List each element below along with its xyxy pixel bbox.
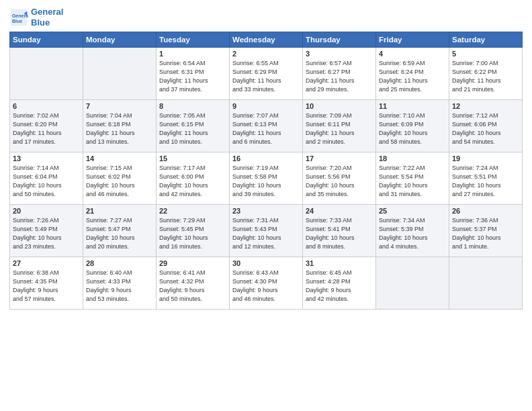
calendar-cell: 21Sunrise: 7:27 AM Sunset: 5:47 PM Dayli… <box>83 205 157 257</box>
calendar-cell: 29Sunrise: 6:41 AM Sunset: 4:32 PM Dayli… <box>157 257 230 310</box>
calendar-cell: 1Sunrise: 6:54 AM Sunset: 6:31 PM Daylig… <box>157 48 230 100</box>
day-number: 6 <box>13 102 80 110</box>
day-number: 11 <box>379 102 446 110</box>
calendar-cell: 9Sunrise: 7:07 AM Sunset: 6:13 PM Daylig… <box>230 100 303 152</box>
day-info: Sunrise: 7:34 AM Sunset: 5:39 PM Dayligh… <box>379 216 446 251</box>
day-number: 7 <box>86 102 153 110</box>
calendar-cell: 28Sunrise: 6:40 AM Sunset: 4:33 PM Dayli… <box>83 257 157 310</box>
day-info: Sunrise: 7:07 AM Sunset: 6:13 PM Dayligh… <box>232 111 300 146</box>
day-number: 20 <box>13 207 80 215</box>
logo: General Blue General Blue <box>9 7 63 28</box>
day-info: Sunrise: 6:40 AM Sunset: 4:33 PM Dayligh… <box>86 269 153 304</box>
day-number: 2 <box>232 50 300 58</box>
weekday-header-wednesday: Wednesday <box>230 32 303 48</box>
day-info: Sunrise: 7:04 AM Sunset: 6:18 PM Dayligh… <box>86 111 153 146</box>
calendar-cell: 4Sunrise: 6:59 AM Sunset: 6:24 PM Daylig… <box>376 48 449 100</box>
calendar-cell: 14Sunrise: 7:15 AM Sunset: 6:02 PM Dayli… <box>83 152 157 205</box>
calendar-cell: 19Sunrise: 7:24 AM Sunset: 5:51 PM Dayli… <box>449 152 523 205</box>
week-row-2: 6Sunrise: 7:02 AM Sunset: 6:20 PM Daylig… <box>10 100 523 152</box>
calendar-cell: 20Sunrise: 7:26 AM Sunset: 5:49 PM Dayli… <box>10 205 83 257</box>
weekday-header-tuesday: Tuesday <box>157 32 230 48</box>
calendar-cell: 25Sunrise: 7:34 AM Sunset: 5:39 PM Dayli… <box>376 205 449 257</box>
week-row-3: 13Sunrise: 7:14 AM Sunset: 6:04 PM Dayli… <box>10 152 523 205</box>
calendar-cell <box>10 48 83 100</box>
day-info: Sunrise: 7:31 AM Sunset: 5:43 PM Dayligh… <box>232 216 300 251</box>
day-info: Sunrise: 7:29 AM Sunset: 5:45 PM Dayligh… <box>159 216 226 251</box>
day-number: 24 <box>306 207 373 215</box>
day-info: Sunrise: 7:36 AM Sunset: 5:37 PM Dayligh… <box>452 216 519 251</box>
weekday-header-saturday: Saturday <box>449 32 523 48</box>
day-number: 14 <box>86 154 153 163</box>
day-number: 17 <box>306 154 373 163</box>
day-info: Sunrise: 7:10 AM Sunset: 6:09 PM Dayligh… <box>379 111 446 146</box>
weekday-header-monday: Monday <box>83 32 157 48</box>
calendar-cell: 16Sunrise: 7:19 AM Sunset: 5:58 PM Dayli… <box>230 152 303 205</box>
day-number: 10 <box>306 102 373 110</box>
calendar-cell: 5Sunrise: 7:00 AM Sunset: 6:22 PM Daylig… <box>449 48 523 100</box>
calendar-cell <box>449 257 523 310</box>
day-info: Sunrise: 7:19 AM Sunset: 5:58 PM Dayligh… <box>232 164 300 199</box>
day-info: Sunrise: 7:27 AM Sunset: 5:47 PM Dayligh… <box>86 216 153 251</box>
calendar-cell: 18Sunrise: 7:22 AM Sunset: 5:54 PM Dayli… <box>376 152 449 205</box>
calendar-cell: 17Sunrise: 7:20 AM Sunset: 5:56 PM Dayli… <box>303 152 376 205</box>
day-number: 3 <box>306 50 373 58</box>
day-number: 4 <box>379 50 446 58</box>
calendar-cell <box>83 48 157 100</box>
calendar-cell: 22Sunrise: 7:29 AM Sunset: 5:45 PM Dayli… <box>157 205 230 257</box>
day-info: Sunrise: 6:41 AM Sunset: 4:32 PM Dayligh… <box>159 269 226 304</box>
day-number: 31 <box>306 259 373 267</box>
day-info: Sunrise: 6:59 AM Sunset: 6:24 PM Dayligh… <box>379 59 446 94</box>
weekday-header-sunday: Sunday <box>10 32 83 48</box>
calendar-cell: 24Sunrise: 7:33 AM Sunset: 5:41 PM Dayli… <box>303 205 376 257</box>
day-number: 13 <box>13 154 80 163</box>
day-number: 12 <box>452 102 519 110</box>
calendar-cell: 31Sunrise: 6:45 AM Sunset: 4:28 PM Dayli… <box>303 257 376 310</box>
calendar-cell: 12Sunrise: 7:12 AM Sunset: 6:06 PM Dayli… <box>449 100 523 152</box>
calendar-cell: 23Sunrise: 7:31 AM Sunset: 5:43 PM Dayli… <box>230 205 303 257</box>
page: General Blue General Blue SundayMondayTu… <box>0 0 532 411</box>
day-info: Sunrise: 7:09 AM Sunset: 6:11 PM Dayligh… <box>306 111 373 146</box>
week-row-1: 1Sunrise: 6:54 AM Sunset: 6:31 PM Daylig… <box>10 48 523 100</box>
day-info: Sunrise: 7:02 AM Sunset: 6:20 PM Dayligh… <box>13 111 80 146</box>
day-info: Sunrise: 7:20 AM Sunset: 5:56 PM Dayligh… <box>306 164 373 199</box>
day-info: Sunrise: 7:00 AM Sunset: 6:22 PM Dayligh… <box>452 59 519 94</box>
svg-text:Blue: Blue <box>12 18 22 23</box>
calendar-cell: 30Sunrise: 6:43 AM Sunset: 4:30 PM Dayli… <box>230 257 303 310</box>
day-number: 29 <box>159 259 226 267</box>
day-info: Sunrise: 6:55 AM Sunset: 6:29 PM Dayligh… <box>232 59 300 94</box>
day-number: 28 <box>86 259 153 267</box>
day-number: 16 <box>232 154 300 163</box>
week-row-5: 27Sunrise: 6:38 AM Sunset: 4:35 PM Dayli… <box>10 257 523 310</box>
day-info: Sunrise: 7:26 AM Sunset: 5:49 PM Dayligh… <box>13 216 80 251</box>
calendar-cell: 3Sunrise: 6:57 AM Sunset: 6:27 PM Daylig… <box>303 48 376 100</box>
day-info: Sunrise: 7:22 AM Sunset: 5:54 PM Dayligh… <box>379 164 446 199</box>
day-number: 21 <box>86 207 153 215</box>
calendar-cell: 15Sunrise: 7:17 AM Sunset: 6:00 PM Dayli… <box>157 152 230 205</box>
header: General Blue General Blue <box>9 7 523 28</box>
day-info: Sunrise: 6:43 AM Sunset: 4:30 PM Dayligh… <box>232 269 300 304</box>
day-number: 23 <box>232 207 300 215</box>
day-number: 25 <box>379 207 446 215</box>
day-info: Sunrise: 6:54 AM Sunset: 6:31 PM Dayligh… <box>159 59 226 94</box>
calendar-cell: 27Sunrise: 6:38 AM Sunset: 4:35 PM Dayli… <box>10 257 83 310</box>
calendar-cell: 11Sunrise: 7:10 AM Sunset: 6:09 PM Dayli… <box>376 100 449 152</box>
day-number: 19 <box>452 154 519 163</box>
day-number: 9 <box>232 102 300 110</box>
day-number: 1 <box>159 50 226 58</box>
calendar-cell <box>376 257 449 310</box>
day-number: 15 <box>159 154 226 163</box>
calendar-cell: 13Sunrise: 7:14 AM Sunset: 6:04 PM Dayli… <box>10 152 83 205</box>
day-info: Sunrise: 7:33 AM Sunset: 5:41 PM Dayligh… <box>306 216 373 251</box>
day-info: Sunrise: 7:15 AM Sunset: 6:02 PM Dayligh… <box>86 164 153 199</box>
calendar-cell: 10Sunrise: 7:09 AM Sunset: 6:11 PM Dayli… <box>303 100 376 152</box>
day-info: Sunrise: 7:24 AM Sunset: 5:51 PM Dayligh… <box>452 164 519 199</box>
day-info: Sunrise: 6:38 AM Sunset: 4:35 PM Dayligh… <box>13 269 80 304</box>
day-number: 8 <box>159 102 226 110</box>
day-number: 27 <box>13 259 80 267</box>
day-info: Sunrise: 7:17 AM Sunset: 6:00 PM Dayligh… <box>159 164 226 199</box>
weekday-header-friday: Friday <box>376 32 449 48</box>
weekday-header-row: SundayMondayTuesdayWednesdayThursdayFrid… <box>10 32 523 48</box>
day-info: Sunrise: 7:12 AM Sunset: 6:06 PM Dayligh… <box>452 111 519 146</box>
day-number: 26 <box>452 207 519 215</box>
day-number: 18 <box>379 154 446 163</box>
